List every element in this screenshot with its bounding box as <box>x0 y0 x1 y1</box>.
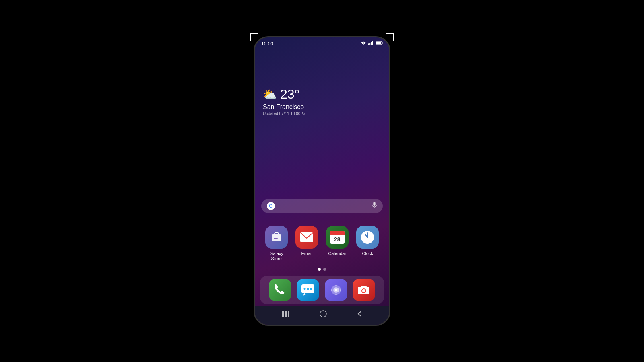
email-label: Email <box>301 251 312 256</box>
weather-updated: Updated 07/11 10:00 ↻ <box>263 111 381 116</box>
refresh-icon: ↻ <box>302 111 305 116</box>
weather-icon: ⛅ <box>263 88 277 101</box>
page-dot-2 <box>323 268 326 271</box>
app-grid-row1: GalaxyStore Email <box>255 223 389 265</box>
camera-icon <box>353 279 375 301</box>
battery-icon <box>376 41 383 47</box>
svg-rect-3 <box>372 41 373 45</box>
messages-icon <box>297 279 319 301</box>
svg-rect-2 <box>371 42 372 45</box>
bottom-dock <box>260 276 384 304</box>
back-button[interactable] <box>357 311 362 319</box>
calendar-label: Calendar <box>328 251 346 256</box>
app-item-email[interactable]: Email <box>295 226 318 261</box>
status-bar: 10:00 <box>255 37 389 48</box>
mic-icon[interactable] <box>372 202 377 210</box>
search-input[interactable] <box>278 203 368 209</box>
svg-rect-5 <box>382 42 383 44</box>
galaxy-store-label: GalaxyStore <box>270 251 283 261</box>
calendar-date: 28 <box>330 235 345 244</box>
nav-bar <box>255 306 389 325</box>
page-dot-1 <box>318 268 321 271</box>
svg-rect-31 <box>282 311 284 317</box>
svg-rect-32 <box>285 311 287 317</box>
status-icons <box>360 41 383 47</box>
dock-item-camera[interactable] <box>353 279 375 301</box>
wifi-icon <box>360 41 367 47</box>
phone-container: 10:00 <box>254 36 390 326</box>
weather-widget[interactable]: ⛅ 23° San Francisco Updated 07/11 10:00 … <box>255 80 389 122</box>
galaxy-store-icon <box>265 226 288 249</box>
page-indicators <box>255 268 389 271</box>
dock-item-bixby[interactable] <box>325 279 347 301</box>
signal-icon <box>368 41 374 47</box>
bixby-icon <box>325 279 347 301</box>
svg-rect-11 <box>274 237 276 237</box>
screen-content: 10:00 <box>255 37 389 325</box>
svg-rect-12 <box>274 238 278 239</box>
svg-point-20 <box>307 288 309 290</box>
calendar-header <box>330 231 345 235</box>
google-search-bar[interactable]: G <box>261 199 383 213</box>
clock-label: Clock <box>362 251 373 256</box>
weather-city: San Francisco <box>263 103 381 111</box>
weather-temperature: 23° <box>280 87 299 102</box>
weather-top: ⛅ 23° <box>263 87 381 102</box>
status-time: 10:00 <box>261 41 273 47</box>
app-item-clock[interactable]: Clock <box>356 226 379 261</box>
calendar-icon: 28 <box>326 226 349 249</box>
svg-point-28 <box>331 290 332 291</box>
svg-point-19 <box>304 288 306 290</box>
corner-bracket-tl <box>250 33 258 41</box>
svg-rect-10 <box>272 234 281 241</box>
svg-point-24 <box>335 289 337 291</box>
svg-point-34 <box>320 311 326 317</box>
svg-point-30 <box>362 289 365 292</box>
email-icon <box>295 226 318 249</box>
clock-icon <box>356 226 379 249</box>
dock-item-messages[interactable] <box>297 279 319 301</box>
dock-item-phone[interactable] <box>269 279 291 301</box>
svg-rect-6 <box>376 42 381 44</box>
svg-point-26 <box>340 290 341 291</box>
svg-rect-33 <box>288 311 289 317</box>
google-logo: G <box>267 202 275 210</box>
recent-apps-button[interactable] <box>282 311 289 318</box>
svg-rect-7 <box>373 202 375 206</box>
svg-point-27 <box>335 294 336 295</box>
svg-point-25 <box>335 285 336 286</box>
svg-rect-0 <box>368 43 369 45</box>
app-item-galaxy-store[interactable]: GalaxyStore <box>265 226 288 261</box>
app-item-calendar[interactable]: 28 Calendar <box>326 226 349 261</box>
phone-icon <box>269 279 291 301</box>
svg-rect-1 <box>369 43 370 45</box>
home-button[interactable] <box>320 310 327 319</box>
svg-point-21 <box>310 288 312 290</box>
phone-frame: 10:00 <box>254 36 390 326</box>
corner-bracket-tr <box>386 33 394 41</box>
